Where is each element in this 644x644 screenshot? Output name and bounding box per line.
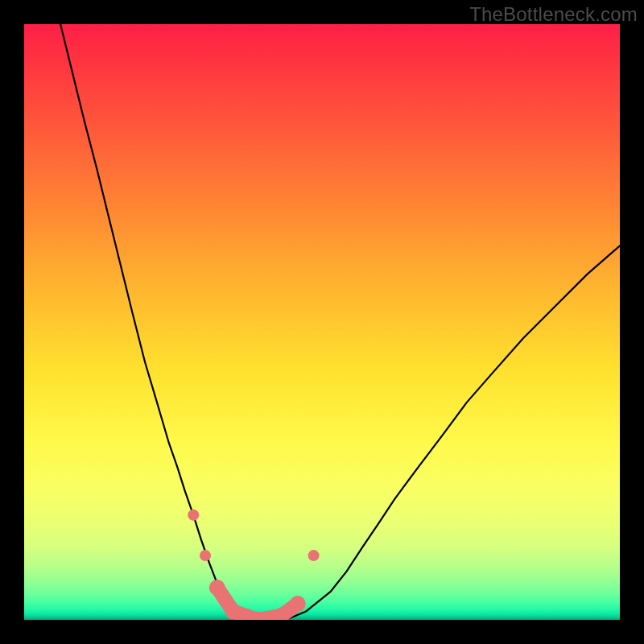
chart-svg (24, 24, 620, 620)
plot-area (24, 24, 620, 620)
marker-dot (188, 510, 199, 521)
marker-dot (225, 604, 242, 620)
marker-group (188, 510, 319, 620)
marker-dot (200, 550, 211, 561)
bottleneck-curve (60, 24, 620, 620)
marker-dot (209, 580, 225, 596)
marker-dot (308, 550, 320, 561)
chart-frame: TheBottleneck.com (0, 0, 644, 644)
watermark-text: TheBottleneck.com (469, 3, 638, 26)
marker-dot (290, 596, 306, 612)
